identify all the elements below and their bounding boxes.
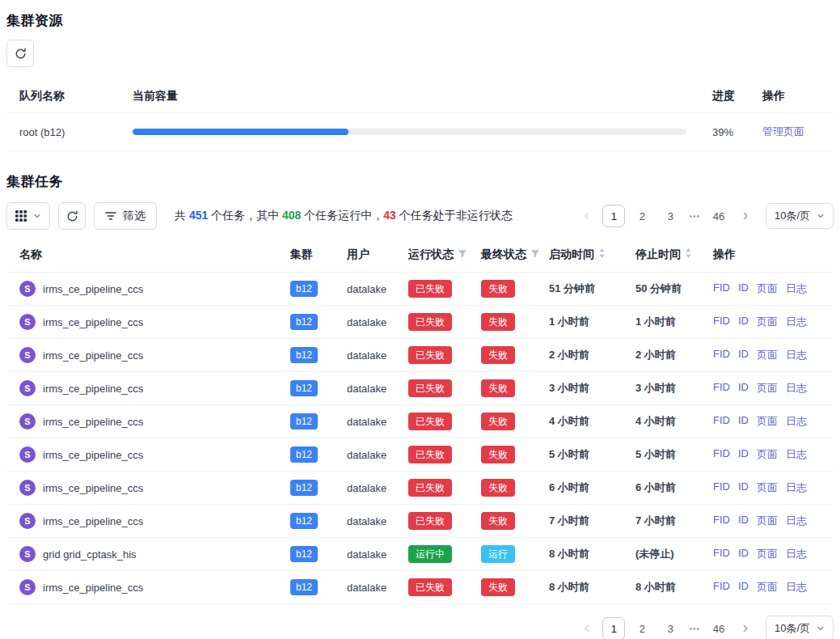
action-link-id[interactable]: ID bbox=[738, 580, 749, 595]
action-link-日志[interactable]: 日志 bbox=[786, 281, 807, 296]
action-link-id[interactable]: ID bbox=[738, 281, 749, 296]
col-label: 运行状态 bbox=[408, 248, 454, 260]
action-link-日志[interactable]: 日志 bbox=[786, 514, 807, 528]
filter-button-label: 筛选 bbox=[123, 209, 146, 223]
task-name-cell: Sirms_ce_pipeline_ccs bbox=[6, 472, 277, 505]
action-link-日志[interactable]: 日志 bbox=[786, 547, 807, 561]
action-link-fid[interactable]: FID bbox=[713, 514, 730, 528]
run-status-cell: 已失败 bbox=[395, 438, 468, 472]
manage-page-link[interactable]: 管理页面 bbox=[762, 125, 804, 138]
action-link-fid[interactable]: FID bbox=[713, 447, 730, 462]
action-link-日志[interactable]: 日志 bbox=[786, 580, 807, 595]
action-link-页面[interactable]: 页面 bbox=[757, 414, 778, 429]
resources-refresh-button[interactable] bbox=[6, 40, 34, 67]
task-action-cell: FIDID页面日志 bbox=[700, 538, 834, 571]
action-link-页面[interactable]: 页面 bbox=[757, 447, 778, 462]
tasks-refresh-button[interactable] bbox=[58, 202, 86, 230]
action-link-页面[interactable]: 页面 bbox=[757, 348, 778, 362]
task-action-cell: FIDID页面日志 bbox=[700, 273, 834, 306]
action-link-id[interactable]: ID bbox=[738, 514, 749, 528]
action-link-页面[interactable]: 页面 bbox=[757, 480, 778, 495]
action-link-页面[interactable]: 页面 bbox=[757, 580, 778, 595]
page-button-2[interactable]: 2 bbox=[631, 617, 653, 639]
action-link-id[interactable]: ID bbox=[738, 315, 749, 329]
action-link-id[interactable]: ID bbox=[738, 348, 749, 362]
start-time: 8 小时前 bbox=[536, 571, 623, 604]
cluster-cell: b12 bbox=[277, 405, 334, 438]
action-link-日志[interactable]: 日志 bbox=[786, 315, 807, 329]
row-actions: FIDID页面日志 bbox=[713, 281, 821, 296]
action-link-fid[interactable]: FID bbox=[713, 480, 730, 495]
task-action-cell: FIDID页面日志 bbox=[700, 505, 834, 538]
refresh-icon bbox=[66, 210, 78, 222]
cluster-cell: b12 bbox=[277, 306, 334, 339]
action-link-fid[interactable]: FID bbox=[713, 315, 730, 329]
page-button-46[interactable]: 46 bbox=[707, 617, 730, 639]
cluster-cell: b12 bbox=[277, 538, 334, 571]
action-link-id[interactable]: ID bbox=[738, 547, 749, 561]
action-link-页面[interactable]: 页面 bbox=[757, 281, 778, 296]
next-page-button[interactable] bbox=[736, 205, 755, 227]
user-cell: datalake bbox=[334, 306, 395, 339]
task-name-cell: Sirms_ce_pipeline_ccs bbox=[6, 372, 277, 405]
cluster-badge: b12 bbox=[290, 546, 318, 562]
action-link-fid[interactable]: FID bbox=[713, 547, 730, 561]
filter-funnel-icon[interactable] bbox=[530, 249, 540, 259]
spark-avatar-icon: S bbox=[19, 314, 36, 330]
action-link-fid[interactable]: FID bbox=[713, 580, 730, 595]
page-size-select[interactable]: 10条/页 bbox=[766, 203, 834, 229]
col-current-capacity: 当前容量 bbox=[120, 80, 699, 113]
spark-avatar-icon: S bbox=[19, 579, 36, 595]
task-action-cell: FIDID页面日志 bbox=[700, 472, 834, 505]
sort-icon[interactable] bbox=[685, 248, 692, 259]
action-link-fid[interactable]: FID bbox=[713, 348, 730, 362]
action-link-页面[interactable]: 页面 bbox=[757, 381, 778, 396]
pagination-top: 123•••4610条/页 bbox=[577, 203, 834, 229]
column-settings-button[interactable] bbox=[6, 202, 50, 230]
start-time: 5 小时前 bbox=[536, 438, 623, 472]
task-row: Sirms_ce_pipeline_ccsb12datalake已失败失败6 小… bbox=[6, 472, 834, 505]
row-actions: FIDID页面日志 bbox=[713, 414, 821, 429]
action-link-页面[interactable]: 页面 bbox=[757, 514, 778, 528]
run-status-cell: 已失败 bbox=[395, 472, 468, 505]
page-size-select[interactable]: 10条/页 bbox=[766, 616, 834, 639]
action-link-页面[interactable]: 页面 bbox=[757, 315, 778, 329]
action-link-id[interactable]: ID bbox=[738, 480, 749, 495]
action-link-日志[interactable]: 日志 bbox=[786, 381, 807, 396]
task-name-cell: Sirms_ce_pipeline_ccs bbox=[6, 273, 277, 306]
action-link-日志[interactable]: 日志 bbox=[786, 414, 807, 429]
user-cell: datalake bbox=[334, 472, 395, 505]
run-status-badge: 已失败 bbox=[408, 280, 452, 298]
page-button-2[interactable]: 2 bbox=[631, 205, 653, 227]
page-button-46[interactable]: 46 bbox=[707, 205, 730, 227]
filter-button[interactable]: 筛选 bbox=[94, 202, 157, 230]
sort-icon[interactable] bbox=[598, 248, 606, 259]
action-link-日志[interactable]: 日志 bbox=[786, 348, 807, 362]
final-status-badge: 失败 bbox=[481, 413, 515, 430]
task-name: irms_ce_pipeline_ccs bbox=[43, 582, 143, 594]
action-link-日志[interactable]: 日志 bbox=[786, 447, 807, 462]
action-link-fid[interactable]: FID bbox=[713, 414, 730, 429]
action-link-页面[interactable]: 页面 bbox=[757, 547, 778, 561]
prev-page-button[interactable] bbox=[577, 617, 597, 639]
page-button-1[interactable]: 1 bbox=[602, 617, 625, 639]
page-button-3[interactable]: 3 bbox=[659, 205, 682, 227]
cluster-badge: b12 bbox=[290, 314, 318, 330]
task-name-cell: Sirms_ce_pipeline_ccs bbox=[6, 306, 277, 339]
page-button-1[interactable]: 1 bbox=[602, 205, 625, 227]
action-link-fid[interactable]: FID bbox=[713, 381, 730, 396]
filter-funnel-icon[interactable] bbox=[458, 249, 467, 259]
run-status-cell: 已失败 bbox=[395, 505, 468, 538]
page-button-3[interactable]: 3 bbox=[659, 617, 682, 639]
chevron-left-icon bbox=[582, 624, 592, 633]
action-link-日志[interactable]: 日志 bbox=[786, 480, 807, 495]
action-link-id[interactable]: ID bbox=[738, 447, 749, 462]
next-page-button[interactable] bbox=[736, 617, 755, 639]
action-link-id[interactable]: ID bbox=[738, 414, 749, 429]
col-cluster: 集群 bbox=[277, 239, 334, 273]
prev-page-button[interactable] bbox=[577, 205, 597, 227]
action-link-id[interactable]: ID bbox=[738, 381, 749, 396]
action-link-fid[interactable]: FID bbox=[713, 281, 730, 296]
final-status-cell: 失败 bbox=[468, 273, 536, 306]
col-resource-action: 操作 bbox=[749, 80, 834, 113]
